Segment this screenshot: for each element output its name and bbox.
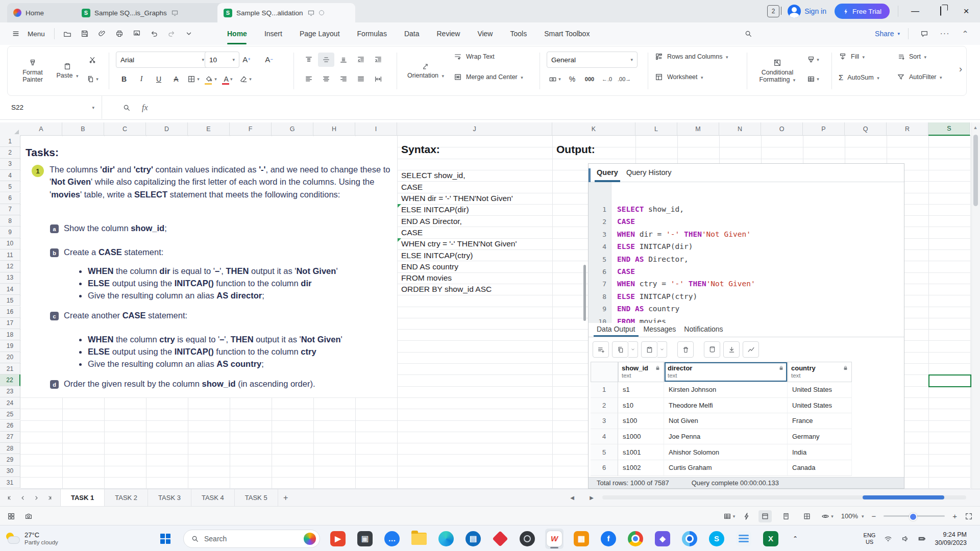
result-cell[interactable]: s100 xyxy=(618,413,664,429)
excel-icon[interactable]: X xyxy=(762,529,780,549)
insert-function-button[interactable]: fx xyxy=(142,103,148,112)
italic-button[interactable]: I xyxy=(133,72,150,86)
view-page-break-icon[interactable] xyxy=(800,510,814,522)
align-bottom-button[interactable] xyxy=(335,53,352,67)
language-indicator[interactable]: ENGUS xyxy=(864,532,876,545)
row-header-29[interactable]: 29 xyxy=(0,454,20,465)
hscroll-right-icon[interactable]: ▶ xyxy=(587,493,596,502)
sheet-tab-task-5[interactable]: TASK 5 xyxy=(235,489,278,507)
share-button[interactable]: Share▾ xyxy=(875,30,900,38)
zoom-in-button[interactable]: + xyxy=(952,512,957,520)
menu-page-layout[interactable]: Page Layout xyxy=(291,22,349,45)
result-cell[interactable]: s10 xyxy=(618,398,664,414)
formula-search-icon[interactable] xyxy=(122,104,131,112)
result-cell[interactable]: Kirsten Johnson xyxy=(664,382,788,398)
zoom-slider-knob[interactable] xyxy=(909,513,917,521)
result-row-number[interactable]: 5 xyxy=(591,444,618,460)
menu-view[interactable]: View xyxy=(469,22,501,45)
row-header-16[interactable]: 16 xyxy=(0,307,20,318)
wifi-icon[interactable] xyxy=(884,535,892,543)
result-row-number[interactable]: 1 xyxy=(591,382,618,398)
distribute-button[interactable] xyxy=(370,72,386,86)
result-cell[interactable]: Theodore Melfi xyxy=(664,398,788,414)
file-explorer-icon[interactable] xyxy=(410,529,428,549)
sql-editor[interactable]: 1234567891011 SELECT show_id,CASEWHEN di… xyxy=(589,182,904,323)
pgadmin-tab-data-output[interactable]: Data Output xyxy=(597,323,635,337)
align-left-button[interactable] xyxy=(301,72,317,86)
photos-app-icon[interactable]: ▣ xyxy=(356,529,374,549)
copy-options-icon[interactable] xyxy=(628,341,638,358)
row-header-19[interactable]: 19 xyxy=(0,340,20,352)
row-header-10[interactable]: 10 xyxy=(0,238,20,249)
menu-smart-toolbox[interactable]: Smart Toolbox xyxy=(535,22,598,45)
row-header-31[interactable]: 31 xyxy=(0,477,20,488)
scrollbar-thumb[interactable] xyxy=(583,265,586,321)
align-top-button[interactable] xyxy=(301,53,317,67)
notes-app-icon[interactable] xyxy=(734,529,753,549)
quickbar-dropdown-icon[interactable] xyxy=(181,26,197,41)
column-header-E[interactable]: E xyxy=(188,122,230,136)
currency-format-button[interactable]: ▾ xyxy=(547,72,563,86)
purple-app-icon[interactable]: ◆ xyxy=(653,529,672,549)
sheet-tab-task-2[interactable]: TASK 2 xyxy=(105,489,148,507)
justify-button[interactable] xyxy=(353,72,369,86)
percent-format-button[interactable]: % xyxy=(564,72,580,86)
menu-tools[interactable]: Tools xyxy=(501,22,535,45)
save-data-icon[interactable] xyxy=(704,341,720,358)
fullscreen-icon[interactable] xyxy=(965,512,973,520)
volume-icon[interactable] xyxy=(901,535,909,543)
row-header-15[interactable]: 15 xyxy=(0,295,20,306)
comma-format-button[interactable]: 000 xyxy=(581,72,598,86)
column-header-A[interactable]: A xyxy=(20,122,62,136)
menu-home[interactable]: Home xyxy=(218,22,256,45)
selection-mode-icon[interactable] xyxy=(7,512,15,520)
minimize-button[interactable]: — xyxy=(906,7,924,16)
menu-data[interactable]: Data xyxy=(396,22,428,45)
vertical-scrollbar-thumb[interactable] xyxy=(973,135,978,206)
red-diamond-app-icon[interactable] xyxy=(491,529,509,549)
font-color-button[interactable]: A▾ xyxy=(220,72,236,86)
chrome-browser-icon[interactable] xyxy=(626,529,645,549)
hscroll-left-icon[interactable]: ◀ xyxy=(568,493,577,502)
increase-font-button[interactable]: A+ xyxy=(238,52,255,66)
row-header-9[interactable]: 9 xyxy=(0,227,20,238)
strikethrough-button[interactable]: A xyxy=(168,72,184,86)
window-tab-graphs[interactable]: S Sample SQ...is_Graphs xyxy=(76,3,227,22)
pgadmin-tab-notifications[interactable]: Notifications xyxy=(684,323,723,337)
rows-columns-button[interactable]: Rows and Columns ▾ xyxy=(655,53,728,61)
window-tab-home[interactable]: Home xyxy=(7,3,85,22)
restore-button[interactable] xyxy=(932,7,949,16)
wrap-text-button[interactable]: Wrap Text xyxy=(454,53,495,61)
chat-app-icon[interactable]: … xyxy=(383,529,401,549)
result-column-header-director[interactable]: directortext xyxy=(664,362,788,382)
undo-icon[interactable] xyxy=(146,26,162,41)
select-all-corner[interactable] xyxy=(0,122,21,136)
result-cell[interactable]: India xyxy=(788,444,852,460)
microsoft-store-icon[interactable]: ▤ xyxy=(464,529,482,549)
column-header-B[interactable]: B xyxy=(62,122,104,136)
sort-button[interactable]: Sort ▾ xyxy=(897,53,926,61)
row-header-26[interactable]: 26 xyxy=(0,420,20,432)
ribbon-more-button[interactable]: › xyxy=(959,64,962,74)
result-row-number[interactable]: 3 xyxy=(591,413,618,429)
row-header-17[interactable]: 17 xyxy=(0,318,20,329)
row-header-23[interactable]: 23 xyxy=(0,386,20,397)
taskbar-search[interactable]: Search xyxy=(183,530,320,548)
clock-widget[interactable]: 9:24 PM 30/09/2023 xyxy=(935,531,967,547)
column-header-P[interactable]: P xyxy=(803,122,845,136)
decrease-font-button[interactable]: A− xyxy=(261,52,277,66)
capture-icon[interactable] xyxy=(24,512,33,520)
pgadmin-tab-query[interactable]: Query xyxy=(597,164,618,182)
decrease-indent-button[interactable] xyxy=(353,53,369,67)
row-header-24[interactable]: 24 xyxy=(0,397,20,409)
last-sheet-icon[interactable] xyxy=(43,491,56,505)
autosum-button[interactable]: Σ AutoSum ▾ xyxy=(839,73,879,82)
add-row-icon[interactable] xyxy=(593,341,609,358)
print-preview-icon[interactable] xyxy=(129,26,144,41)
column-header-I[interactable]: I xyxy=(355,122,397,136)
media-player-icon[interactable]: ▶ xyxy=(329,529,347,549)
column-header-J[interactable]: J xyxy=(397,122,552,136)
more-options-icon[interactable]: ··· xyxy=(937,26,952,41)
cut-button[interactable] xyxy=(84,53,101,67)
column-header-S[interactable]: S xyxy=(928,122,970,136)
